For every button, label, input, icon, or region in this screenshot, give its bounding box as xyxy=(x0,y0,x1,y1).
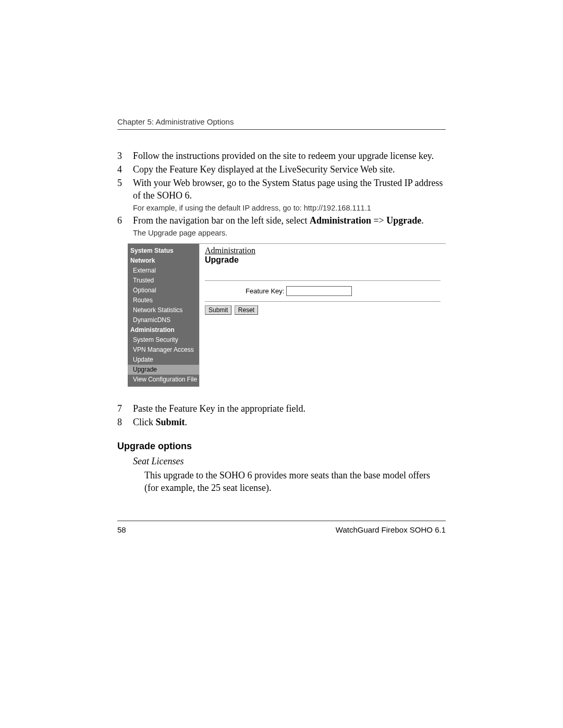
nav-administration[interactable]: Administration xyxy=(128,325,199,335)
step-list-2: 7 Paste the Feature Key in the appropria… xyxy=(117,402,446,428)
page-footer: 58 WatchGuard Firebox SOHO 6.1 xyxy=(117,521,446,534)
step-subtext: For example, if using the default IP add… xyxy=(133,203,446,213)
step-text: With your Web browser, go to the System … xyxy=(133,177,446,213)
step-7: 7 Paste the Feature Key in the appropria… xyxy=(117,402,446,415)
step-text: Copy the Feature Key displayed at the Li… xyxy=(133,163,446,176)
nav-update[interactable]: Update xyxy=(128,355,199,365)
upgrade-screenshot: System Status Network External Trusted O… xyxy=(128,243,446,387)
page-title: Upgrade xyxy=(205,255,440,265)
nav-optional[interactable]: Optional xyxy=(128,286,199,295)
subsection-title: Seat Licenses xyxy=(133,456,446,467)
step-4: 4 Copy the Feature Key displayed at the … xyxy=(117,163,446,176)
step-5: 5 With your Web browser, go to the Syste… xyxy=(117,177,446,213)
chapter-header: Chapter 5: Administrative Options xyxy=(117,117,446,126)
step-number: 6 xyxy=(117,214,133,238)
step-8: 8 Click Submit. xyxy=(117,416,446,428)
step-post: . xyxy=(421,215,424,226)
step-text: Paste the Feature Key in the appropriate… xyxy=(133,402,446,415)
button-row: Submit Reset xyxy=(205,305,440,315)
header-rule xyxy=(117,129,446,130)
reset-button[interactable]: Reset xyxy=(235,305,258,315)
step-pre: From the navigation bar on the left side… xyxy=(133,215,310,226)
section-heading: Upgrade options xyxy=(117,441,446,452)
submit-button[interactable]: Submit xyxy=(205,305,231,315)
page-number: 58 xyxy=(117,525,126,534)
step-text: Follow the instructions provided on the … xyxy=(133,150,446,162)
divider xyxy=(205,301,440,302)
feature-key-label: Feature Key: xyxy=(246,287,284,295)
divider xyxy=(205,280,440,281)
feature-key-input[interactable] xyxy=(286,286,352,296)
admin-panel: Administration Upgrade Feature Key: Subm… xyxy=(199,244,446,387)
nav-system-status[interactable]: System Status xyxy=(128,246,199,256)
step-arrow: => xyxy=(371,215,386,226)
step-text: Click Submit. xyxy=(133,416,446,428)
step-number: 3 xyxy=(117,150,133,162)
step-pre: Click xyxy=(133,417,156,427)
nav-trusted[interactable]: Trusted xyxy=(128,276,199,286)
step-number: 7 xyxy=(117,402,133,415)
nav-network-statistics[interactable]: Network Statistics xyxy=(128,305,199,315)
step-subtext: The Upgrade page appears. xyxy=(133,228,446,238)
feature-key-row: Feature Key: xyxy=(205,284,440,298)
nav-upgrade[interactable]: Upgrade xyxy=(128,365,199,375)
nav-sidebar: System Status Network External Trusted O… xyxy=(128,244,199,387)
step-bold-2: Upgrade xyxy=(386,215,421,226)
step-bold-1: Administration xyxy=(310,215,371,226)
nav-view-configuration-file[interactable]: View Configuration File xyxy=(128,375,199,385)
step-list: 3 Follow the instructions provided on th… xyxy=(117,150,446,238)
footer-rule xyxy=(117,521,446,521)
nav-routes[interactable]: Routes xyxy=(128,295,199,305)
step-3: 3 Follow the instructions provided on th… xyxy=(117,150,446,162)
step-bold: Submit xyxy=(156,417,185,427)
step-6: 6 From the navigation bar on the left si… xyxy=(117,214,446,238)
step-number: 8 xyxy=(117,416,133,428)
nav-network[interactable]: Network xyxy=(128,256,199,266)
nav-external[interactable]: External xyxy=(128,266,199,276)
doc-title: WatchGuard Firebox SOHO 6.1 xyxy=(336,525,446,534)
step-post: . xyxy=(185,417,188,427)
breadcrumb[interactable]: Administration xyxy=(205,246,440,255)
step-number: 4 xyxy=(117,163,133,176)
subsection-body: This upgrade to the SOHO 6 provides more… xyxy=(144,469,446,494)
step-number: 5 xyxy=(117,177,133,213)
nav-system-security[interactable]: System Security xyxy=(128,335,199,345)
nav-vpn-manager-access[interactable]: VPN Manager Access xyxy=(128,345,199,355)
step-text: From the navigation bar on the left side… xyxy=(133,214,446,238)
step-main: With your Web browser, go to the System … xyxy=(133,178,443,201)
nav-dynamicdns[interactable]: DynamicDNS xyxy=(128,315,199,325)
